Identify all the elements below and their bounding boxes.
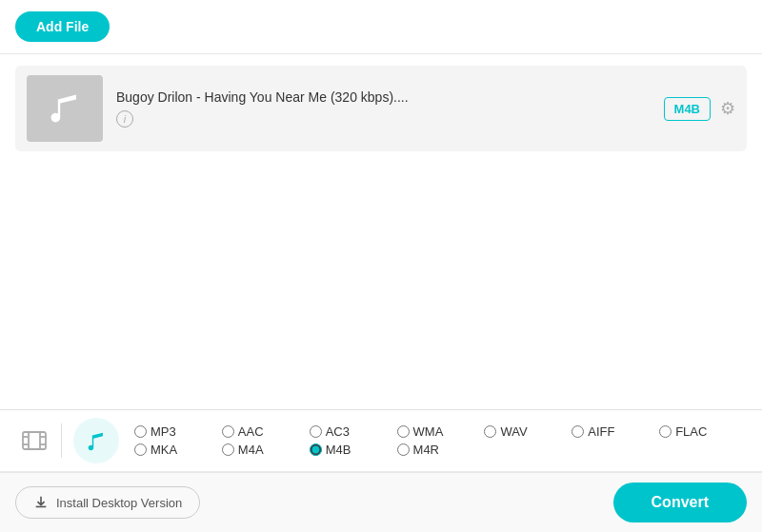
file-info: Bugoy Drilon - Having You Near Me (320 k… bbox=[116, 89, 651, 128]
format-m4b[interactable]: M4B bbox=[310, 443, 393, 457]
format-wma[interactable]: WMA bbox=[397, 424, 481, 439]
info-icon[interactable]: i bbox=[116, 110, 133, 128]
tab-divider bbox=[61, 424, 62, 458]
film-icon bbox=[21, 427, 48, 454]
file-actions: M4B ⚙ bbox=[664, 97, 735, 121]
install-label: Install Desktop Version bbox=[56, 496, 182, 510]
convert-button[interactable]: Convert bbox=[613, 483, 747, 522]
format-aac[interactable]: AAC bbox=[222, 424, 306, 439]
format-wav[interactable]: WAV bbox=[484, 424, 568, 439]
tab-video[interactable] bbox=[11, 418, 57, 463]
footer: Install Desktop Version Convert bbox=[0, 472, 762, 532]
format-radio-grid: MP3 AAC AC3 WMA WAV AIFF bbox=[127, 421, 751, 461]
format-mka[interactable]: MKA bbox=[134, 443, 218, 457]
format-flac[interactable]: FLAC bbox=[659, 424, 743, 439]
add-file-button[interactable]: Add File bbox=[15, 11, 110, 42]
format-aiff[interactable]: AIFF bbox=[572, 424, 655, 439]
format-m4r[interactable]: M4R bbox=[397, 443, 481, 457]
toolbar: Add File bbox=[0, 0, 762, 54]
format-m4a[interactable]: M4A bbox=[222, 443, 306, 457]
audio-note-icon bbox=[84, 428, 109, 453]
format-panel: MP3 AAC AC3 WMA WAV AIFF bbox=[0, 409, 762, 472]
svg-rect-0 bbox=[23, 432, 46, 449]
install-desktop-button[interactable]: Install Desktop Version bbox=[15, 486, 200, 519]
download-icon bbox=[33, 495, 49, 510]
file-name: Bugoy Drilon - Having You Near Me (320 k… bbox=[116, 89, 651, 105]
format-ac3[interactable]: AC3 bbox=[310, 424, 393, 439]
format-tabs: MP3 AAC AC3 WMA WAV AIFF bbox=[0, 410, 762, 472]
format-mp3[interactable]: MP3 bbox=[134, 424, 218, 439]
format-badge-button[interactable]: M4B bbox=[664, 97, 711, 121]
tab-audio[interactable] bbox=[73, 418, 119, 463]
music-note-icon bbox=[42, 86, 88, 131]
file-item: Bugoy Drilon - Having You Near Me (320 k… bbox=[15, 66, 747, 151]
file-list: Bugoy Drilon - Having You Near Me (320 k… bbox=[0, 54, 762, 409]
gear-icon[interactable]: ⚙ bbox=[720, 98, 735, 119]
file-thumbnail bbox=[27, 75, 103, 142]
